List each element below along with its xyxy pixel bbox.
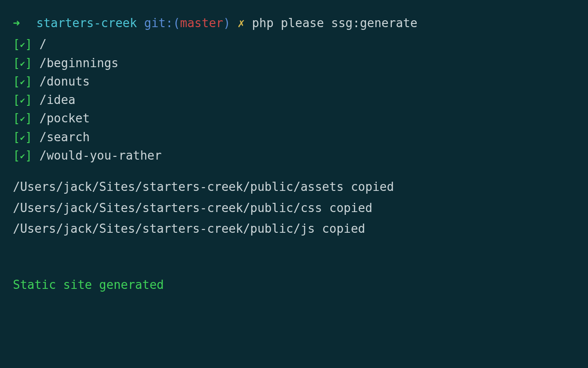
route-spacer <box>32 109 40 127</box>
route-spacer <box>32 35 40 53</box>
route-path: /would-you-rather <box>40 146 162 165</box>
copied-line: /Users/jack/Sites/starters-creek/public/… <box>13 198 575 219</box>
check-bracket-open: [ <box>13 54 20 72</box>
route-path: /donuts <box>40 72 90 91</box>
prompt-command: php please ssg:generate <box>252 14 418 32</box>
route-path: /search <box>40 128 90 146</box>
prompt-spacer <box>245 14 252 32</box>
shell-prompt-line[interactable]: ➜ starters-creek git:(master) ✗ php plea… <box>13 14 575 32</box>
check-bracket-close: ] <box>25 72 33 91</box>
check-bracket-open: [ <box>13 109 20 127</box>
check-icon: ✔ <box>20 75 25 88</box>
route-spacer <box>32 54 40 72</box>
prompt-git-label: git: <box>144 14 173 32</box>
route-line: [✔] /beginnings <box>13 54 575 72</box>
routes-list: [✔] / [✔] /beginnings [✔] /donuts [✔] /i… <box>13 35 575 165</box>
check-bracket-open: [ <box>13 146 20 165</box>
check-bracket-close: ] <box>25 35 33 53</box>
check-bracket-close: ] <box>25 128 33 146</box>
route-line: [✔] /search <box>13 128 575 146</box>
route-spacer <box>32 128 40 146</box>
route-spacer <box>32 72 40 91</box>
check-icon: ✔ <box>20 57 25 70</box>
route-path: / <box>40 35 47 53</box>
prompt-spacer <box>137 14 144 32</box>
check-bracket-close: ] <box>25 91 33 109</box>
prompt-arrow-icon: ➜ <box>13 14 20 32</box>
check-bracket-close: ] <box>25 109 33 127</box>
check-bracket-open: [ <box>13 91 20 109</box>
check-icon: ✔ <box>20 112 25 125</box>
status-section: Static site generated <box>13 276 575 294</box>
route-line: [✔] /pocket <box>13 109 575 127</box>
route-path: /beginnings <box>40 54 119 72</box>
route-line: [✔] /idea <box>13 91 575 109</box>
route-spacer <box>32 146 40 165</box>
check-bracket-close: ] <box>25 146 33 165</box>
check-icon: ✔ <box>20 38 25 51</box>
prompt-dirname: starters-creek <box>36 14 137 32</box>
route-path: /idea <box>40 91 75 109</box>
route-line: [✔] /would-you-rather <box>13 146 575 165</box>
copied-line: /Users/jack/Sites/starters-creek/public/… <box>13 218 575 240</box>
check-bracket-open: [ <box>13 128 20 146</box>
check-bracket-close: ] <box>25 54 33 72</box>
prompt-git-branch: master <box>180 14 223 32</box>
prompt-dirty-icon: ✗ <box>237 14 245 32</box>
status-message: Static site generated <box>13 276 575 294</box>
check-icon: ✔ <box>20 150 25 162</box>
check-bracket-open: [ <box>13 72 20 91</box>
copied-line: /Users/jack/Sites/starters-creek/public/… <box>13 177 575 198</box>
check-bracket-open: [ <box>13 35 20 53</box>
check-icon: ✔ <box>20 131 25 144</box>
route-line: [✔] /donuts <box>13 72 575 91</box>
route-line: [✔] / <box>13 35 575 53</box>
prompt-spacer <box>22 14 36 32</box>
route-path: /pocket <box>40 109 90 127</box>
route-spacer <box>32 91 40 109</box>
prompt-git-paren-open: ( <box>173 14 180 32</box>
copied-list: /Users/jack/Sites/starters-creek/public/… <box>13 177 575 240</box>
check-icon: ✔ <box>20 94 25 107</box>
prompt-git-paren-close: ) <box>223 14 231 32</box>
prompt-spacer <box>231 14 238 32</box>
